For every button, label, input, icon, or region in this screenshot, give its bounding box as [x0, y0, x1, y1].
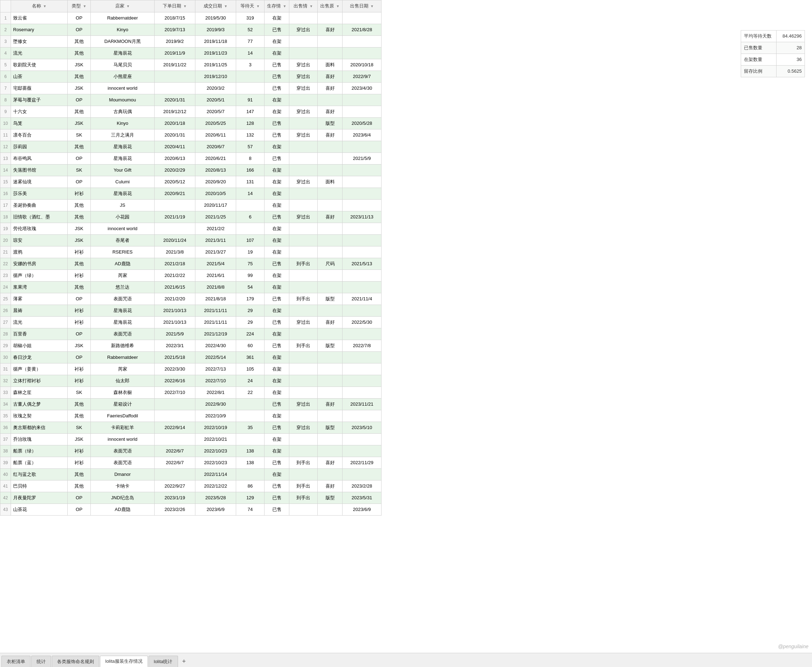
table-row[interactable]: 13布谷鸣风OP星海辰花2020/6/132020/6/218已售2021/5/… [0, 153, 381, 164]
filter-arrow-deal[interactable]: ▼ [224, 2, 228, 12]
col-deal-header[interactable]: 成交日期 ▼ [196, 0, 236, 12]
table-row[interactable]: 24浆果湾其他悠兰达2021/6/152021/8/854在架 [0, 282, 381, 293]
table-row[interactable]: 9十六女其他古典玩偶2019/12/122020/5/7147在架穿过出喜好 [0, 106, 381, 118]
table-row[interactable]: 37乔治玫瑰JSKinnocent world2022/10/21在架 [0, 434, 381, 445]
cell-name: 乔治玫瑰 [11, 434, 68, 445]
table-row[interactable]: 15迷雾仙境OPCulumi2020/5/122020/9/20131在架穿过出… [0, 176, 381, 188]
filter-arrow-store[interactable]: ▼ [126, 2, 130, 12]
row-number: 12 [0, 141, 11, 153]
cell-name: 莎乐美 [11, 188, 68, 200]
cell-order_date: 2019/11/9 [154, 48, 196, 59]
col-sell-date-header[interactable]: 出售日期 ▼ [343, 0, 381, 12]
table-row[interactable]: 40红与蓝之歌其他Dmanor2022/11/14在架 [0, 469, 381, 481]
table-row[interactable]: 8茅莓与覆盆子OPMoumoumou2020/1/312020/5/191在架 [0, 94, 381, 106]
table-row[interactable]: 39船票（蓝）衬衫表面咒语2022/6/72022/10/23138已售到手出喜… [0, 457, 381, 469]
tab-各类服饰命名规则[interactable]: 各类服饰命名规则 [52, 655, 99, 667]
cell-sell_date [343, 270, 381, 282]
cell-deal_date: 2021/8/18 [196, 293, 236, 305]
table-row[interactable]: 33森林之笙SK森林衣橱2022/7/102022/8/122在架 [0, 387, 381, 398]
cell-sell_date [343, 48, 381, 59]
table-row[interactable]: 3堕修女其他DARKMOON月黑2019/9/22019/11/1877在架 [0, 36, 381, 48]
table-row[interactable]: 6山茶其他小熊星座2019/12/10已售穿过出喜好2022/9/7 [0, 71, 381, 83]
cell-wait_days [236, 469, 265, 481]
table-row[interactable]: 28百里香OP表面咒语2021/5/92021/12/19224在架 [0, 329, 381, 340]
table-row[interactable]: 31循声（姜黄）衬衫芮家2022/3/302022/7/13105在架 [0, 363, 381, 375]
table-row[interactable]: 30春日沙龙OPRabbernatdeer2021/5/182022/5/143… [0, 352, 381, 363]
table-row[interactable]: 27流光衬衫星海辰花2021/10/132021/11/1129已售穿过出喜好2… [0, 317, 381, 329]
table-row[interactable]: 10鸟笼JSKKinyo2020/1/182020/5/25128已售版型202… [0, 118, 381, 129]
table-row[interactable]: 2RosemaryOPKinyo2019/7/132019/9/352已售穿过出… [0, 24, 381, 36]
tab-lolita服装生存情况[interactable]: lolita服装生存情况 [100, 655, 148, 667]
table-row[interactable]: 1致云雀OPRabbernatdeer2018/7/152019/5/30319… [0, 12, 381, 24]
table-row[interactable]: 5歌剧院天使JSK马尾贝贝2019/11/222019/11/253已售穿过出面… [0, 59, 381, 71]
table-row[interactable]: 32立体打褶衬衫衬衫仙太郎2022/6/162022/7/1024在架 [0, 375, 381, 387]
col-stock-header[interactable]: 生存情 ▼ [265, 0, 289, 12]
sold-value: 28 [777, 42, 805, 54]
cell-stock: 已售 [265, 422, 289, 434]
col-order-header[interactable]: 下单日期 ▼ [154, 0, 196, 12]
table-row[interactable]: 14失落图书馆SKYour Gift2020/2/292020/8/13166在… [0, 164, 381, 176]
table-row[interactable]: 29胡椒小姐JSK新路德维希2022/3/12022/4/3060已售到手出版型… [0, 340, 381, 352]
cell-stock: 已售 [265, 71, 289, 83]
cell-stock: 在架 [265, 94, 289, 106]
col-sell-reason-header[interactable]: 出售原 ▼ [318, 0, 343, 12]
cell-stock: 已售 [265, 293, 289, 305]
filter-arrow-sell-date[interactable]: ▼ [370, 2, 374, 12]
tab-lolita统计[interactable]: lolita统计 [149, 655, 178, 667]
table-row[interactable]: 22安娜的书房其他AD鹿隐2021/2/182021/5/475已售到手出尺码2… [0, 258, 381, 270]
cell-name: 失落图书馆 [11, 164, 68, 176]
table-row[interactable]: 20琼安JSK吞尾者2020/11/242021/3/11107在架 [0, 235, 381, 246]
cell-order_date [154, 469, 196, 481]
cell-wait_days [236, 410, 265, 422]
table-row[interactable]: 41巴贝特其他卡纳卡2022/9/272022/12/2286已售到手出喜好20… [0, 481, 381, 492]
filter-arrow-stock[interactable]: ▼ [283, 2, 287, 12]
cell-order_date: 2022/9/14 [154, 422, 196, 434]
table-row[interactable]: 21渡鸦衬衫RSERIES2021/3/82021/3/2719在架 [0, 246, 381, 258]
table-row[interactable]: 12莎莉园其他星海辰花2020/4/112020/6/757在架 [0, 141, 381, 153]
spreadsheet[interactable]: 名称 ▼ 类型 ▼ 店家 ▼ 下单日期 ▼ 成交日期 ▼ [0, 0, 812, 653]
tab-衣柜清单[interactable]: 衣柜清单 [2, 655, 30, 667]
col-type-header[interactable]: 类型 ▼ [68, 0, 91, 12]
table-row[interactable]: 25薄雾OP表面咒语2021/2/202021/8/18179已售到手出版型20… [0, 293, 381, 305]
filter-arrow-name[interactable]: ▼ [43, 2, 46, 12]
table-row[interactable]: 42月夜曼陀罗OPJND纪念岛2023/1/192023/5/28129已售到手… [0, 492, 381, 504]
table-row[interactable]: 16莎乐美衬衫星海辰花2020/9/212020/10/514在架 [0, 188, 381, 200]
table-row[interactable]: 36奥古斯都的来信SK卡莉彩虹羊2022/9/142022/10/1935已售穿… [0, 422, 381, 434]
add-tab-button[interactable]: + [179, 655, 190, 667]
table-row[interactable]: 19劳伦塔玫瑰JSKinnocent world2021/2/2在架 [0, 223, 381, 235]
table-row[interactable]: 4流光其他星海辰花2019/11/92019/11/2314在架 [0, 48, 381, 59]
filter-arrow-wait[interactable]: ▼ [256, 2, 260, 12]
cell-type: 其他 [68, 36, 91, 48]
cell-type: JSK [68, 434, 91, 445]
col-name-header[interactable]: 名称 ▼ [11, 0, 68, 12]
col-sell-info-header[interactable]: 出售情 ▼ [289, 0, 318, 12]
col-wait-header[interactable]: 等待天 ▼ [236, 0, 265, 12]
cell-sell_date [343, 410, 381, 422]
table-row[interactable]: 17圣诞协奏曲其他JS2020/11/17在架 [0, 200, 381, 211]
table-row[interactable]: 7宅邸蔷薇JSKinnocent world2020/3/2已售穿过出喜好202… [0, 83, 381, 94]
table-row[interactable]: 35玫瑰之契其他FaeriesDaffodil2022/10/9在架 [0, 410, 381, 422]
cell-wait_days: 3 [236, 59, 265, 71]
table-row[interactable]: 26晨祷衬衫星海辰花2021/10/132021/11/1129在架 [0, 305, 381, 317]
cell-wait_days: 19 [236, 246, 265, 258]
cell-store: DARKMOON月黑 [91, 36, 154, 48]
cell-order_date [154, 410, 196, 422]
cell-order_date: 2022/6/16 [154, 375, 196, 387]
table-row[interactable]: 38船票（绿）衬衫表面咒语2022/6/72022/10/23138在架 [0, 445, 381, 457]
filter-arrow-sell-info[interactable]: ▼ [310, 2, 313, 12]
cell-sell_date: 2023/6/9 [343, 504, 381, 516]
cell-deal_date: 2020/6/11 [196, 129, 236, 141]
col-store-header[interactable]: 店家 ▼ [91, 0, 154, 12]
tab-统计[interactable]: 统计 [31, 655, 51, 667]
table-row[interactable]: 34古董人偶之梦其他星箱设计2022/9/30已售穿过出喜好2023/11/21 [0, 398, 381, 410]
cell-store: 小熊星座 [91, 71, 154, 83]
filter-arrow-order[interactable]: ▼ [183, 2, 187, 12]
cell-wait_days: 74 [236, 504, 265, 516]
table-row[interactable]: 11凛冬百合SK三月之满月2020/1/312020/6/11132已售穿过出喜… [0, 129, 381, 141]
cell-sell_date: 2023/2/28 [343, 481, 381, 492]
filter-arrow-type[interactable]: ▼ [83, 2, 86, 12]
table-row[interactable]: 23循声（绿）衬衫芮家2021/2/222021/6/199在架 [0, 270, 381, 282]
table-row[interactable]: 43山茶花OPAD鹿隐2023/2/262023/6/974已售2023/6/9 [0, 504, 381, 516]
filter-arrow-sell-reason[interactable]: ▼ [336, 2, 340, 12]
table-row[interactable]: 18旧情歌（酒红、墨其他小花园2021/1/192021/1/256已售穿过出喜… [0, 211, 381, 223]
